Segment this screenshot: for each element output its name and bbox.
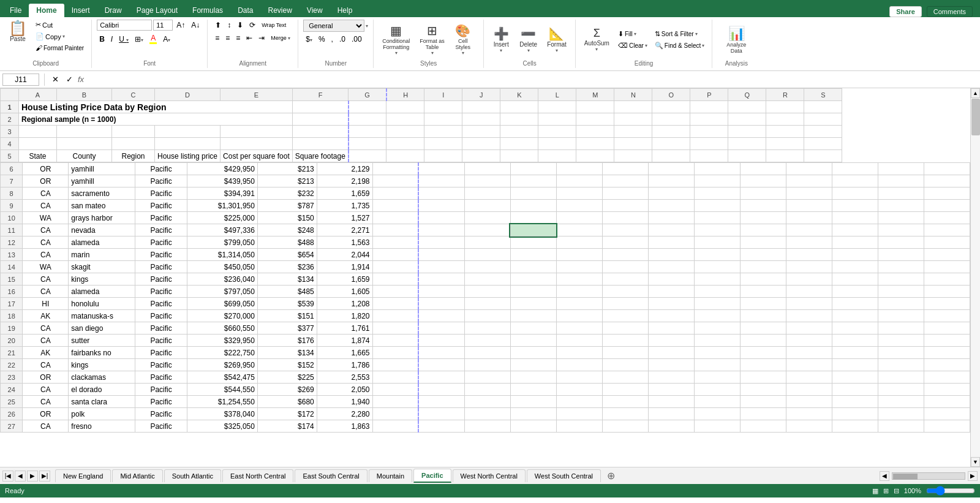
cell-O23[interactable] <box>740 371 786 384</box>
cell-O21[interactable] <box>740 347 786 359</box>
cell-P25[interactable] <box>786 396 832 408</box>
scroll-up-button[interactable]: ▲ <box>971 88 980 98</box>
cell-C23[interactable]: Pacific <box>135 371 187 384</box>
cell-R17[interactable] <box>878 298 924 310</box>
cell-J7[interactable] <box>510 175 556 187</box>
cell-D18[interactable]: $270,000 <box>187 310 257 322</box>
cell-F13[interactable]: 2,044 <box>317 249 372 261</box>
cell-F3[interactable] <box>292 126 349 138</box>
cell-Q25[interactable] <box>832 396 878 408</box>
cell-J23[interactable] <box>510 371 556 384</box>
cell-C21[interactable]: Pacific <box>135 347 187 359</box>
cell-L14[interactable] <box>602 261 648 273</box>
cell-P27[interactable] <box>786 420 832 433</box>
col-header-A[interactable]: A <box>19 89 57 101</box>
cell-C3[interactable] <box>112 126 155 138</box>
cell-Q15[interactable] <box>832 273 878 286</box>
cell-Q26[interactable] <box>832 408 878 420</box>
cell-M1[interactable] <box>576 101 614 113</box>
cell-O1[interactable] <box>652 101 690 113</box>
cell-D13[interactable]: $1,314,050 <box>187 249 257 261</box>
cell-S15[interactable] <box>924 273 970 286</box>
cell-N23[interactable] <box>694 371 740 384</box>
increase-decimal-button[interactable]: .00 <box>349 34 364 45</box>
cell-K19[interactable] <box>556 322 602 335</box>
cell-N9[interactable] <box>694 200 740 212</box>
cell-A14[interactable]: WA <box>23 261 69 273</box>
cell-B24[interactable]: el dorado <box>69 384 135 396</box>
cell-D8[interactable]: $394,391 <box>187 187 257 200</box>
cell-M11[interactable] <box>648 224 694 236</box>
cell-N19[interactable] <box>694 322 740 335</box>
underline-button[interactable]: U ▾ <box>116 34 131 45</box>
cell-F18[interactable]: 1,820 <box>317 310 372 322</box>
cell-H8[interactable] <box>418 187 464 200</box>
cell-M8[interactable] <box>648 187 694 200</box>
cell-M20[interactable] <box>648 335 694 347</box>
fill-color-button[interactable]: A <box>147 32 159 45</box>
cell-B19[interactable]: san diego <box>69 322 135 335</box>
cell-O27[interactable] <box>740 420 786 433</box>
cell-F24[interactable]: 2,050 <box>317 384 372 396</box>
cell-M23[interactable] <box>648 371 694 384</box>
cell-D15[interactable]: $236,040 <box>187 273 257 286</box>
cell-P4[interactable] <box>690 138 728 150</box>
cell-H26[interactable] <box>418 408 464 420</box>
cell-B22[interactable]: kings <box>69 359 135 371</box>
cell-K11[interactable] <box>556 224 602 236</box>
font-color-button[interactable]: A▾ <box>160 34 173 45</box>
cell-I23[interactable] <box>464 371 510 384</box>
clear-button[interactable]: ⌫ Clear ▾ <box>616 40 650 51</box>
cell-I25[interactable] <box>464 396 510 408</box>
cell-G1[interactable] <box>349 101 386 113</box>
cell-D16[interactable]: $797,050 <box>187 286 257 298</box>
cell-O8[interactable] <box>740 187 786 200</box>
cell-D24[interactable]: $544,550 <box>187 384 257 396</box>
cell-H6[interactable] <box>418 163 464 175</box>
cell-D23[interactable]: $542,475 <box>187 371 257 384</box>
cell-A25[interactable]: CA <box>23 396 69 408</box>
cell-J5[interactable] <box>462 150 500 162</box>
percent-button[interactable]: % <box>316 34 328 45</box>
cell-A13[interactable]: CA <box>23 249 69 261</box>
cell-B15[interactable]: kings <box>69 273 135 286</box>
cell-E17[interactable]: $539 <box>257 298 317 310</box>
cell-B23[interactable]: clackamas <box>69 371 135 384</box>
cell-E9[interactable]: $787 <box>257 200 317 212</box>
cell-O15[interactable] <box>740 273 786 286</box>
cell-C8[interactable]: Pacific <box>135 187 187 200</box>
cell-Q4[interactable] <box>728 138 766 150</box>
cell-E6[interactable]: $213 <box>257 163 317 175</box>
cell-C9[interactable]: Pacific <box>135 200 187 212</box>
cell-P14[interactable] <box>786 261 832 273</box>
cell-O17[interactable] <box>740 298 786 310</box>
cell-D25[interactable]: $1,254,550 <box>187 396 257 408</box>
zoom-slider[interactable] <box>926 486 975 496</box>
cell-M25[interactable] <box>648 396 694 408</box>
cell-I18[interactable] <box>464 310 510 322</box>
cell-D12[interactable]: $799,050 <box>187 236 257 249</box>
cell-Q22[interactable] <box>832 359 878 371</box>
cell-I17[interactable] <box>464 298 510 310</box>
cell-B17[interactable]: honolulu <box>69 298 135 310</box>
cell-B20[interactable]: sutter <box>69 335 135 347</box>
cell-A19[interactable]: CA <box>23 322 69 335</box>
cell-R2[interactable] <box>766 113 804 126</box>
h-scroll-track[interactable] <box>892 472 965 480</box>
align-center-button[interactable]: ≡ <box>223 32 232 43</box>
cell-P13[interactable] <box>786 249 832 261</box>
cell-G13[interactable] <box>372 249 418 261</box>
cell-K4[interactable] <box>500 138 538 150</box>
cell-I26[interactable] <box>464 408 510 420</box>
cell-P23[interactable] <box>786 371 832 384</box>
align-bottom-button[interactable]: ⬇ <box>235 20 246 31</box>
cell-L9[interactable] <box>602 200 648 212</box>
h-scroll-right[interactable]: ▶ <box>968 471 978 481</box>
cell-O2[interactable] <box>652 113 690 126</box>
tab-file[interactable]: File <box>2 4 29 17</box>
cell-L17[interactable] <box>602 298 648 310</box>
add-sheet-button[interactable]: ⊕ <box>602 467 620 484</box>
cell-H12[interactable] <box>418 236 464 249</box>
cell-A23[interactable]: OR <box>23 371 69 384</box>
cell-Q18[interactable] <box>832 310 878 322</box>
